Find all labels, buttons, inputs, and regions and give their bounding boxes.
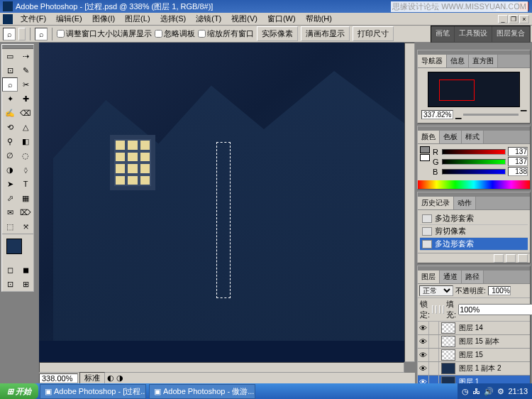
fill-input[interactable] (458, 304, 532, 315)
opacity-input[interactable] (488, 286, 511, 295)
well-tab-tool-presets[interactable]: 工具预设 (455, 26, 492, 42)
r-slider[interactable] (442, 149, 506, 155)
print-size-button[interactable]: 打印尺寸 (353, 26, 394, 41)
tool-17[interactable]: ⎀ (18, 163, 33, 177)
status-info[interactable]: 标准 (79, 372, 105, 384)
tool-20[interactable]: ⬀ (2, 191, 18, 205)
tool-1[interactable]: ⇢ (18, 49, 33, 63)
link-icon[interactable] (429, 362, 439, 375)
screen-mode-button[interactable]: ⊞ (18, 277, 33, 291)
tool-25[interactable]: ⤧ (18, 219, 33, 234)
clock[interactable]: 21:13 (508, 387, 528, 395)
navigator-thumbnail[interactable] (428, 72, 520, 107)
mdi-close[interactable]: × (519, 15, 529, 23)
link-icon[interactable] (429, 322, 439, 334)
history-item[interactable]: 多边形套索 (420, 212, 528, 225)
b-input[interactable] (508, 167, 528, 176)
lock-position-icon[interactable] (439, 305, 440, 314)
layer-name[interactable]: 图层 1 副本 2 (458, 362, 530, 375)
menu-layer[interactable]: 图层(L) (121, 13, 154, 25)
layer-thumbnail[interactable] (441, 336, 455, 347)
layer-thumbnail[interactable] (441, 363, 455, 374)
tab-actions[interactable]: 动作 (454, 197, 476, 209)
layer-thumbnail[interactable] (441, 322, 455, 334)
mdi-restore[interactable]: ❐ (509, 15, 519, 23)
tool-15[interactable]: ◌ (18, 148, 33, 163)
tab-layers[interactable]: 图层 (418, 270, 440, 283)
color-swatches[interactable] (420, 146, 430, 177)
tray-icon[interactable]: ◷ (462, 387, 469, 396)
taskbar-task[interactable]: ▣Adobe Photoshop - [过程... (40, 384, 146, 399)
blend-mode-select[interactable]: 正常 (419, 285, 453, 296)
screen-mode-button[interactable]: ◼ (18, 263, 33, 277)
layer-thumbnail[interactable] (441, 349, 455, 361)
tool-0[interactable]: ▭ (2, 49, 18, 63)
history-item[interactable]: 剪切像素 (420, 225, 528, 238)
tool-24[interactable]: ⬚ (2, 219, 18, 234)
tool-preset-dropdown[interactable] (18, 28, 26, 40)
visibility-eye-icon[interactable]: 👁 (418, 335, 429, 348)
navigator-zoom-slider[interactable] (463, 114, 519, 116)
system-tray[interactable]: ◷ 🖧 🔊 ⚙ 21:13 (458, 383, 532, 399)
resize-window-checkbox[interactable]: 调整窗口大小以满屏显示 (57, 28, 152, 39)
fit-screen-button[interactable]: 满画布显示 (301, 26, 350, 41)
tool-21[interactable]: ▦ (18, 191, 33, 205)
tab-paths[interactable]: 路径 (462, 270, 484, 283)
tool-22[interactable]: ✉ (2, 205, 18, 219)
actual-pixels-button[interactable]: 实际像素 (257, 26, 298, 41)
layer-name[interactable]: 图层 15 副本 (458, 335, 530, 348)
mdi-minimize[interactable]: _ (498, 15, 508, 23)
current-tool-icon[interactable]: ⌕ (3, 28, 16, 40)
navigator-zoom-input[interactable] (421, 110, 453, 119)
g-input[interactable] (508, 157, 528, 166)
g-slider[interactable] (442, 159, 506, 165)
navigator-viewbox[interactable] (439, 80, 475, 101)
fg-swatch[interactable] (420, 146, 430, 153)
color-spectrum[interactable] (418, 180, 530, 189)
history-item[interactable]: 多边形套索 (420, 238, 528, 251)
visibility-eye-icon[interactable]: 👁 (418, 362, 429, 375)
zoom-in-icon[interactable]: ⌕ (35, 28, 48, 40)
link-icon[interactable] (429, 335, 439, 348)
ignore-palettes-checkbox[interactable]: 忽略调板 (155, 28, 195, 39)
tool-5[interactable]: ✂ (18, 77, 33, 92)
tool-11[interactable]: △ (18, 120, 33, 134)
visibility-eye-icon[interactable]: 👁 (418, 322, 429, 334)
layer-row[interactable]: 👁图层 15 副本 (418, 335, 530, 349)
tool-18[interactable]: ➤ (2, 177, 18, 191)
tool-14[interactable]: ∅ (2, 148, 18, 163)
menu-edit[interactable]: 编辑(E) (52, 13, 87, 25)
tray-icon[interactable]: ⚙ (497, 387, 504, 396)
menu-filter[interactable]: 滤镜(T) (192, 13, 226, 25)
history-snapshot-button[interactable] (494, 254, 504, 263)
tray-icon[interactable]: 🔊 (484, 387, 494, 396)
layer-row[interactable]: 👁图层 15 (418, 349, 530, 362)
zoom-field[interactable]: 338.00% (39, 373, 78, 383)
canvas[interactable] (39, 43, 404, 362)
tool-10[interactable]: ⟲ (2, 120, 18, 134)
screen-mode-button[interactable]: ⊡ (2, 277, 18, 291)
menu-view[interactable]: 视图(V) (227, 13, 262, 25)
menu-window[interactable]: 窗口(W) (263, 13, 300, 25)
tool-4[interactable]: ⌕ (2, 77, 18, 92)
visibility-eye-icon[interactable]: 👁 (418, 349, 429, 361)
r-input[interactable] (508, 147, 528, 156)
zoom-in-icon[interactable]: ▔ (521, 110, 526, 119)
tab-channels[interactable]: 通道 (440, 270, 462, 283)
lock-all-icon[interactable] (443, 305, 444, 314)
zoom-out-icon[interactable]: ▁ (455, 110, 461, 119)
tab-navigator[interactable]: 导航器 (418, 55, 447, 67)
history-delete-button[interactable] (518, 254, 528, 263)
well-tab-layer-comps[interactable]: 图层复合 (492, 26, 530, 42)
zoom-all-checkbox[interactable]: 缩放所有窗口 (198, 28, 254, 39)
layer-row[interactable]: 👁图层 14 (418, 322, 530, 335)
horizontal-scrollbar[interactable] (39, 362, 404, 373)
tool-19[interactable]: T (18, 177, 33, 191)
lock-pixels-icon[interactable] (436, 305, 437, 314)
menu-select[interactable]: 选择(S) (156, 13, 191, 25)
layer-row[interactable]: 👁图层 1 副本 2 (418, 362, 530, 376)
link-icon[interactable] (429, 349, 439, 361)
history-new-button[interactable] (506, 254, 516, 263)
tab-styles[interactable]: 样式 (462, 131, 484, 143)
lock-transparency-icon[interactable] (432, 305, 433, 314)
